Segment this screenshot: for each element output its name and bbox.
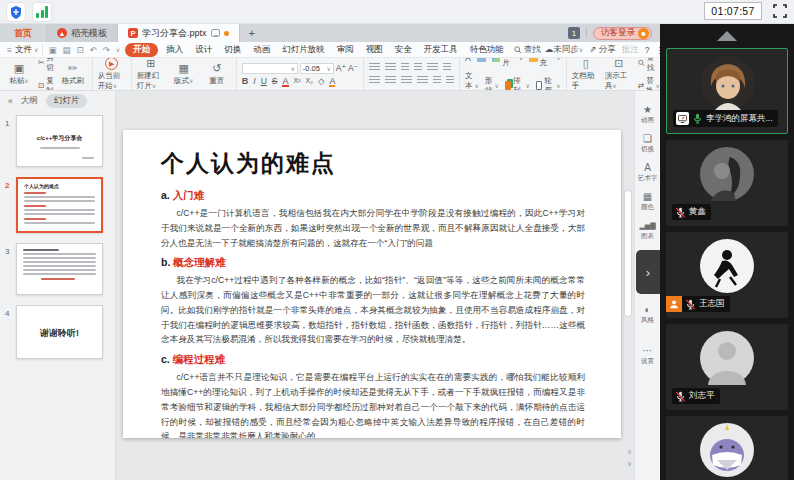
doc-assistant-button[interactable]: ▯ 文档助手 [572, 58, 600, 91]
indent-increase-button[interactable] [414, 63, 422, 72]
chart-tool-button[interactable]: ▂▅▇图表 [639, 221, 655, 241]
grow-font-button[interactable]: A⁺ [336, 63, 346, 73]
slide-thumbnail-4[interactable]: 谢谢聆听! [16, 305, 103, 359]
justify-button[interactable] [417, 76, 428, 85]
tab-docer-templates[interactable]: ▲ 稻壳模板 [47, 24, 118, 42]
text-direction-button[interactable] [427, 63, 438, 72]
menu-item-security[interactable]: 安全 [391, 44, 416, 56]
notification-badge[interactable]: 1 [568, 27, 580, 39]
vertical-scrollbar[interactable] [625, 191, 631, 316]
menu-item-transition[interactable]: 切换 [220, 44, 245, 56]
clear-format-button[interactable]: ◇ [318, 76, 325, 86]
fullscreen-button[interactable] [772, 3, 788, 19]
columns-button[interactable] [443, 63, 451, 72]
insert-picture-button[interactable]: 图片∨ [492, 58, 524, 68]
next-slide-button[interactable]: ∨ [627, 460, 632, 468]
scroll-participants-down-button[interactable] [717, 460, 737, 470]
sync-status-button[interactable]: ☁未同步∨ [545, 44, 583, 56]
menu-item-devtools[interactable]: 开发工具 [420, 44, 462, 56]
strikethrough-button[interactable]: S [272, 76, 278, 86]
align-right-button[interactable] [401, 76, 412, 85]
copy-button[interactable]: ⊡复制 [38, 76, 54, 92]
menu-item-animation[interactable]: 动画 [249, 44, 274, 56]
align-center-button[interactable] [385, 76, 396, 85]
ribbon-find-button[interactable]: 查找 [638, 58, 660, 73]
menu-item-insert[interactable]: 插入 [162, 44, 187, 56]
fill-button[interactable]: 填充∨ [529, 58, 561, 68]
menu-item-home[interactable]: 开始 [125, 43, 158, 57]
participant-tile[interactable]: 刘志平 [666, 324, 788, 410]
reset-slide-button[interactable]: ↺ 重置 [203, 62, 231, 86]
paste-button[interactable]: ▣ 粘贴∨ [5, 62, 33, 86]
tab-presentation-document[interactable]: P 学习分享会.pptx [118, 24, 240, 42]
new-slide-button[interactable]: ⊞ 新建幻灯片∨ [137, 58, 165, 91]
outline-tab[interactable]: 大纲 [21, 95, 38, 107]
insert-text-icon[interactable]: A [465, 58, 471, 63]
find-button[interactable]: 查找 [514, 44, 541, 56]
color-tool-button[interactable]: ▦颜色 [641, 192, 654, 212]
participant-tile-sharer[interactable]: 李学鸿的屏幕共... [666, 48, 788, 134]
textbox-button[interactable]: 文本框∨ [465, 71, 479, 92]
undo-button[interactable]: ↶ [89, 45, 98, 55]
slide-thumbnail-1[interactable]: c/c++学习分享会 [16, 115, 103, 167]
transition-tool-button[interactable]: ❏切换 [641, 134, 654, 154]
bullets-button[interactable] [369, 63, 380, 72]
save-button[interactable]: ▣ [47, 45, 57, 55]
participant-tile[interactable]: 朱泽峰 [666, 416, 788, 480]
slide-canvas[interactable]: 个人认为的难点 a. 入门难 c/C++是一门计算机语言，我相信包括我在内大部分… [123, 130, 621, 438]
highlight-button[interactable]: A [329, 76, 335, 86]
quickbar-more-button[interactable]: ∨ [115, 46, 121, 53]
print-button[interactable]: ▤ [61, 45, 71, 55]
subscript-button[interactable]: X₂ [306, 77, 313, 84]
superscript-button[interactable]: X² [294, 77, 301, 84]
more-tools-button[interactable]: ⋯设置 [641, 346, 654, 366]
previous-slide-button[interactable]: ∧ [627, 448, 632, 456]
replace-button[interactable]: ⇄替换∨ [638, 76, 660, 92]
bold-button[interactable]: B [242, 76, 249, 86]
shape-button[interactable]: 形状∨ [485, 76, 499, 92]
menu-item-slideshow[interactable]: 幻灯片放映 [278, 44, 329, 56]
slide-thumbnail-2[interactable]: 个人认为的难点 [16, 177, 103, 233]
menu-item-view[interactable]: 视图 [362, 44, 387, 56]
share-button[interactable]: ⇗ 分享 [589, 44, 616, 56]
tab-home[interactable]: 首页 [0, 24, 47, 42]
slide-thumbnail-3[interactable] [16, 243, 103, 295]
align-left-button[interactable] [369, 76, 380, 85]
cut-button[interactable]: ✂剪切 [38, 58, 54, 73]
new-tab-button[interactable]: + [240, 24, 264, 42]
present-tools-button[interactable]: ⊡ 演示工具∨ [605, 58, 633, 91]
insert-shape-icon[interactable] [477, 58, 486, 62]
expand-panel-handle[interactable]: › [636, 250, 660, 294]
file-menu-button[interactable]: ≡ 文件 ∨ [6, 44, 43, 56]
font-name-input[interactable]: ∨ [242, 63, 298, 74]
line-spacing-button[interactable] [433, 76, 441, 85]
slide-layout-button[interactable]: ▦ 版式∨ [170, 62, 198, 86]
animation-tool-button[interactable]: ★动画 [641, 105, 654, 125]
shield-app-button[interactable] [6, 2, 26, 22]
redo-button[interactable]: ↷ [102, 45, 111, 55]
style-tool-button[interactable]: ◐风格 [641, 305, 654, 325]
menu-item-review[interactable]: 审阅 [333, 44, 358, 56]
help-button[interactable]: ? [645, 45, 650, 55]
format-painter-button[interactable]: ✏ 格式刷 [59, 62, 87, 86]
wordart-tool-button[interactable]: A艺术字 [638, 163, 658, 183]
menu-item-features[interactable]: 特色功能 [466, 44, 508, 56]
comment-bubble-icon[interactable] [211, 29, 220, 37]
participant-tile[interactable]: 黄鑫 [666, 140, 788, 226]
font-size-input[interactable]: -0.05∨ [300, 63, 334, 74]
numbering-button[interactable] [385, 63, 396, 72]
print-preview-button[interactable]: ⊡ [75, 45, 84, 55]
distribute-button[interactable] [446, 76, 454, 85]
outline-button[interactable]: 轮廓∨ [536, 76, 561, 92]
play-from-current-button[interactable]: ▶ 从当前开始∨ [98, 58, 126, 91]
stats-app-button[interactable] [32, 2, 52, 22]
guest-login-button[interactable]: 访客登录 ☻ [593, 27, 652, 40]
collapse-participants-button[interactable] [717, 31, 737, 41]
font-color-button[interactable]: A [282, 76, 288, 86]
shrink-font-button[interactable]: A⁻ [348, 63, 358, 73]
italic-button[interactable]: I [253, 76, 255, 86]
arrange-button[interactable]: 排列∨ [505, 76, 530, 92]
indent-decrease-button[interactable] [401, 63, 409, 72]
underline-button[interactable]: U [261, 76, 267, 86]
menu-item-design[interactable]: 设计 [191, 44, 216, 56]
